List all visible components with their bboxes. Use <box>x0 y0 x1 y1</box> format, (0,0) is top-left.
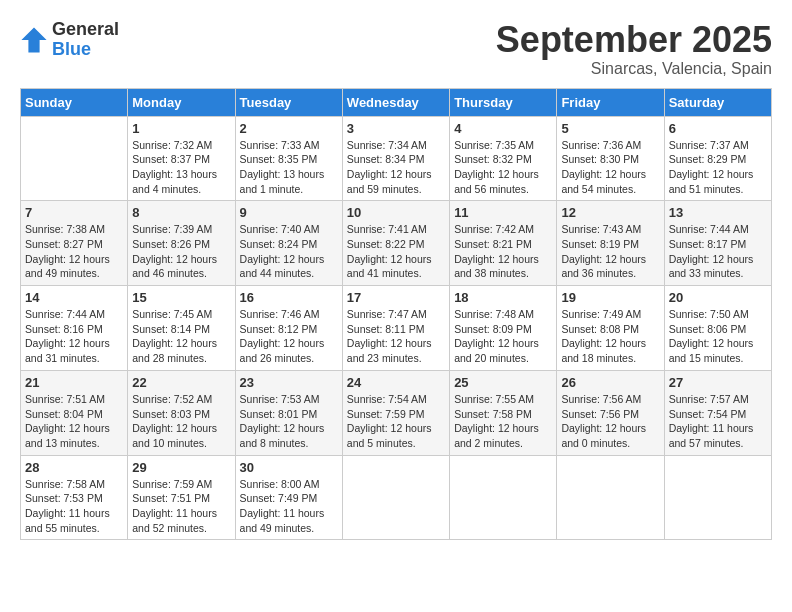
logo-general: General <box>52 20 119 40</box>
day-number: 19 <box>561 290 659 305</box>
calendar-cell: 3Sunrise: 7:34 AM Sunset: 8:34 PM Daylig… <box>342 116 449 201</box>
calendar-cell <box>342 455 449 540</box>
cell-info: Sunrise: 7:58 AM Sunset: 7:53 PM Dayligh… <box>25 477 123 536</box>
calendar-cell <box>21 116 128 201</box>
calendar-cell: 8Sunrise: 7:39 AM Sunset: 8:26 PM Daylig… <box>128 201 235 286</box>
cell-info: Sunrise: 7:33 AM Sunset: 8:35 PM Dayligh… <box>240 138 338 197</box>
calendar-cell: 15Sunrise: 7:45 AM Sunset: 8:14 PM Dayli… <box>128 286 235 371</box>
cell-info: Sunrise: 7:54 AM Sunset: 7:59 PM Dayligh… <box>347 392 445 451</box>
col-header-monday: Monday <box>128 88 235 116</box>
day-number: 4 <box>454 121 552 136</box>
cell-info: Sunrise: 8:00 AM Sunset: 7:49 PM Dayligh… <box>240 477 338 536</box>
day-number: 10 <box>347 205 445 220</box>
day-number: 24 <box>347 375 445 390</box>
cell-info: Sunrise: 7:48 AM Sunset: 8:09 PM Dayligh… <box>454 307 552 366</box>
calendar-week-row: 14Sunrise: 7:44 AM Sunset: 8:16 PM Dayli… <box>21 286 772 371</box>
cell-info: Sunrise: 7:32 AM Sunset: 8:37 PM Dayligh… <box>132 138 230 197</box>
day-number: 15 <box>132 290 230 305</box>
calendar-cell: 16Sunrise: 7:46 AM Sunset: 8:12 PM Dayli… <box>235 286 342 371</box>
cell-info: Sunrise: 7:49 AM Sunset: 8:08 PM Dayligh… <box>561 307 659 366</box>
calendar-cell: 22Sunrise: 7:52 AM Sunset: 8:03 PM Dayli… <box>128 370 235 455</box>
cell-info: Sunrise: 7:40 AM Sunset: 8:24 PM Dayligh… <box>240 222 338 281</box>
cell-info: Sunrise: 7:34 AM Sunset: 8:34 PM Dayligh… <box>347 138 445 197</box>
cell-info: Sunrise: 7:35 AM Sunset: 8:32 PM Dayligh… <box>454 138 552 197</box>
cell-info: Sunrise: 7:56 AM Sunset: 7:56 PM Dayligh… <box>561 392 659 451</box>
calendar-cell: 25Sunrise: 7:55 AM Sunset: 7:58 PM Dayli… <box>450 370 557 455</box>
calendar-cell: 20Sunrise: 7:50 AM Sunset: 8:06 PM Dayli… <box>664 286 771 371</box>
calendar-cell: 9Sunrise: 7:40 AM Sunset: 8:24 PM Daylig… <box>235 201 342 286</box>
calendar-header-row: SundayMondayTuesdayWednesdayThursdayFrid… <box>21 88 772 116</box>
calendar-cell: 12Sunrise: 7:43 AM Sunset: 8:19 PM Dayli… <box>557 201 664 286</box>
day-number: 8 <box>132 205 230 220</box>
cell-info: Sunrise: 7:44 AM Sunset: 8:16 PM Dayligh… <box>25 307 123 366</box>
calendar-cell: 18Sunrise: 7:48 AM Sunset: 8:09 PM Dayli… <box>450 286 557 371</box>
calendar-cell: 7Sunrise: 7:38 AM Sunset: 8:27 PM Daylig… <box>21 201 128 286</box>
calendar-table: SundayMondayTuesdayWednesdayThursdayFrid… <box>20 88 772 541</box>
col-header-wednesday: Wednesday <box>342 88 449 116</box>
cell-info: Sunrise: 7:36 AM Sunset: 8:30 PM Dayligh… <box>561 138 659 197</box>
calendar-cell <box>450 455 557 540</box>
day-number: 11 <box>454 205 552 220</box>
calendar-cell <box>557 455 664 540</box>
calendar-cell: 4Sunrise: 7:35 AM Sunset: 8:32 PM Daylig… <box>450 116 557 201</box>
calendar-cell: 10Sunrise: 7:41 AM Sunset: 8:22 PM Dayli… <box>342 201 449 286</box>
day-number: 18 <box>454 290 552 305</box>
cell-info: Sunrise: 7:43 AM Sunset: 8:19 PM Dayligh… <box>561 222 659 281</box>
cell-info: Sunrise: 7:47 AM Sunset: 8:11 PM Dayligh… <box>347 307 445 366</box>
day-number: 7 <box>25 205 123 220</box>
calendar-cell: 11Sunrise: 7:42 AM Sunset: 8:21 PM Dayli… <box>450 201 557 286</box>
day-number: 22 <box>132 375 230 390</box>
day-number: 29 <box>132 460 230 475</box>
calendar-cell: 6Sunrise: 7:37 AM Sunset: 8:29 PM Daylig… <box>664 116 771 201</box>
cell-info: Sunrise: 7:46 AM Sunset: 8:12 PM Dayligh… <box>240 307 338 366</box>
logo-text: General Blue <box>52 20 119 60</box>
col-header-sunday: Sunday <box>21 88 128 116</box>
calendar-week-row: 7Sunrise: 7:38 AM Sunset: 8:27 PM Daylig… <box>21 201 772 286</box>
calendar-cell: 28Sunrise: 7:58 AM Sunset: 7:53 PM Dayli… <box>21 455 128 540</box>
day-number: 1 <box>132 121 230 136</box>
cell-info: Sunrise: 7:59 AM Sunset: 7:51 PM Dayligh… <box>132 477 230 536</box>
col-header-friday: Friday <box>557 88 664 116</box>
day-number: 12 <box>561 205 659 220</box>
month-title: September 2025 <box>496 20 772 60</box>
calendar-week-row: 1Sunrise: 7:32 AM Sunset: 8:37 PM Daylig… <box>21 116 772 201</box>
cell-info: Sunrise: 7:37 AM Sunset: 8:29 PM Dayligh… <box>669 138 767 197</box>
calendar-cell: 2Sunrise: 7:33 AM Sunset: 8:35 PM Daylig… <box>235 116 342 201</box>
day-number: 27 <box>669 375 767 390</box>
cell-info: Sunrise: 7:52 AM Sunset: 8:03 PM Dayligh… <box>132 392 230 451</box>
calendar-cell: 24Sunrise: 7:54 AM Sunset: 7:59 PM Dayli… <box>342 370 449 455</box>
page-header: General Blue September 2025 Sinarcas, Va… <box>20 20 772 78</box>
calendar-cell: 26Sunrise: 7:56 AM Sunset: 7:56 PM Dayli… <box>557 370 664 455</box>
calendar-cell: 23Sunrise: 7:53 AM Sunset: 8:01 PM Dayli… <box>235 370 342 455</box>
calendar-cell: 5Sunrise: 7:36 AM Sunset: 8:30 PM Daylig… <box>557 116 664 201</box>
cell-info: Sunrise: 7:45 AM Sunset: 8:14 PM Dayligh… <box>132 307 230 366</box>
col-header-tuesday: Tuesday <box>235 88 342 116</box>
cell-info: Sunrise: 7:38 AM Sunset: 8:27 PM Dayligh… <box>25 222 123 281</box>
calendar-cell: 29Sunrise: 7:59 AM Sunset: 7:51 PM Dayli… <box>128 455 235 540</box>
calendar-cell: 30Sunrise: 8:00 AM Sunset: 7:49 PM Dayli… <box>235 455 342 540</box>
day-number: 14 <box>25 290 123 305</box>
calendar-cell: 17Sunrise: 7:47 AM Sunset: 8:11 PM Dayli… <box>342 286 449 371</box>
logo-icon <box>20 26 48 54</box>
day-number: 3 <box>347 121 445 136</box>
day-number: 2 <box>240 121 338 136</box>
location: Sinarcas, Valencia, Spain <box>496 60 772 78</box>
day-number: 20 <box>669 290 767 305</box>
calendar-cell: 19Sunrise: 7:49 AM Sunset: 8:08 PM Dayli… <box>557 286 664 371</box>
day-number: 30 <box>240 460 338 475</box>
cell-info: Sunrise: 7:39 AM Sunset: 8:26 PM Dayligh… <box>132 222 230 281</box>
calendar-cell: 13Sunrise: 7:44 AM Sunset: 8:17 PM Dayli… <box>664 201 771 286</box>
logo: General Blue <box>20 20 119 60</box>
calendar-cell: 14Sunrise: 7:44 AM Sunset: 8:16 PM Dayli… <box>21 286 128 371</box>
col-header-saturday: Saturday <box>664 88 771 116</box>
calendar-cell: 27Sunrise: 7:57 AM Sunset: 7:54 PM Dayli… <box>664 370 771 455</box>
calendar-cell: 1Sunrise: 7:32 AM Sunset: 8:37 PM Daylig… <box>128 116 235 201</box>
cell-info: Sunrise: 7:50 AM Sunset: 8:06 PM Dayligh… <box>669 307 767 366</box>
day-number: 21 <box>25 375 123 390</box>
cell-info: Sunrise: 7:42 AM Sunset: 8:21 PM Dayligh… <box>454 222 552 281</box>
day-number: 17 <box>347 290 445 305</box>
svg-marker-0 <box>21 27 46 52</box>
calendar-cell <box>664 455 771 540</box>
title-block: September 2025 Sinarcas, Valencia, Spain <box>496 20 772 78</box>
calendar-cell: 21Sunrise: 7:51 AM Sunset: 8:04 PM Dayli… <box>21 370 128 455</box>
